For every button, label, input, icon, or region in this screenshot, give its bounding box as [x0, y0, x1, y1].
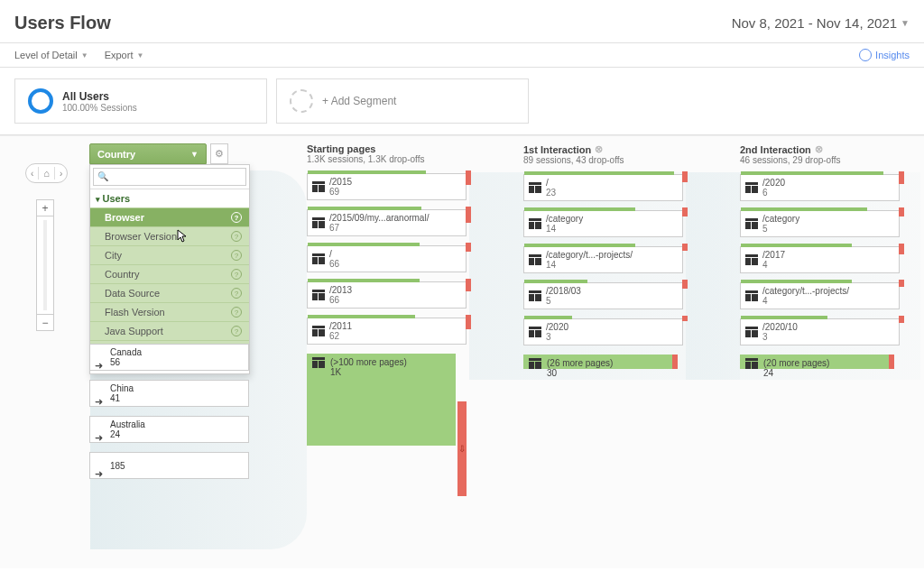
- help-icon[interactable]: ?: [231, 250, 242, 261]
- source-value: 185: [110, 461, 125, 471]
- svg-rect-39: [745, 218, 758, 221]
- add-segment-button[interactable]: + Add Segment: [276, 78, 529, 124]
- nav-next-button[interactable]: ›: [55, 169, 67, 179]
- svg-rect-33: [529, 358, 541, 361]
- source-node[interactable]: ➜Australia24: [89, 416, 249, 443]
- more-pages-node[interactable]: (>100 more pages)1K: [307, 354, 456, 446]
- help-icon[interactable]: ?: [231, 269, 242, 280]
- nav-prev-button[interactable]: ‹: [26, 169, 38, 179]
- flow-node[interactable]: /201366: [307, 281, 467, 309]
- dimension-select[interactable]: Country ▼: [89, 143, 207, 164]
- flow-node[interactable]: /66: [307, 245, 467, 272]
- help-icon[interactable]: ?: [231, 288, 242, 299]
- flow-node[interactable]: /category/t...-projects/14: [523, 246, 683, 273]
- dimension-item[interactable]: Browser?: [90, 207, 249, 226]
- help-icon[interactable]: ?: [231, 326, 242, 336]
- source-node[interactable]: ➜185: [89, 452, 249, 479]
- flow-node[interactable]: /category5: [740, 210, 900, 237]
- dimension-item[interactable]: City?: [90, 245, 249, 264]
- flow-node[interactable]: /20206: [740, 174, 900, 201]
- svg-rect-22: [529, 222, 534, 229]
- svg-rect-36: [745, 182, 758, 185]
- level-of-detail-menu[interactable]: Level of Detail ▼: [14, 50, 88, 60]
- node-label: /2015/09/my...aranormal/: [329, 213, 466, 223]
- insights-button[interactable]: Insights: [859, 49, 910, 61]
- close-icon[interactable]: ⊗: [815, 143, 823, 155]
- zoom-in-button[interactable]: +: [37, 200, 53, 216]
- column-subtitle: 1.3K sessions, 1.3K drop-offs: [307, 154, 514, 164]
- date-range-picker[interactable]: Nov 8, 2021 - Nov 14, 2021 ▼: [732, 15, 910, 31]
- page-icon: [312, 357, 325, 370]
- search-icon: 🔍: [97, 171, 108, 181]
- node-value: 3: [546, 332, 682, 342]
- svg-rect-34: [529, 362, 534, 369]
- node-value: 66: [329, 295, 466, 305]
- dimension-item[interactable]: Flash Version?: [90, 302, 249, 321]
- source-value: 56: [110, 357, 142, 367]
- svg-rect-44: [752, 258, 758, 265]
- zoom-slider[interactable]: [43, 220, 47, 310]
- flow-canvas[interactable]: ‹ ⌂ › + − Country ▼ ⚙ 🔍 Users: [0, 135, 924, 568]
- svg-rect-49: [745, 330, 751, 337]
- dimension-item[interactable]: Java Support?: [90, 321, 249, 340]
- dimension-item[interactable]: Country?: [90, 264, 249, 283]
- node-value: 6: [762, 188, 899, 198]
- svg-rect-31: [529, 330, 534, 337]
- column-title: Starting pages: [307, 143, 375, 154]
- page-icon: [524, 290, 546, 301]
- help-icon[interactable]: ?: [231, 231, 242, 242]
- dimension-search-input[interactable]: [93, 168, 246, 186]
- flow-node[interactable]: /201162: [307, 318, 467, 345]
- flow-node[interactable]: /2018/035: [523, 282, 683, 309]
- flow-node[interactable]: /201569: [307, 173, 467, 200]
- more-label: (20 more pages): [763, 358, 829, 368]
- svg-rect-37: [745, 186, 751, 193]
- more-value: 1K: [330, 367, 407, 377]
- arrow-right-icon: ➜: [95, 432, 103, 444]
- zoom-out-button[interactable]: −: [37, 314, 53, 330]
- home-icon[interactable]: ⌂: [39, 168, 54, 179]
- dimension-group-users[interactable]: Users: [90, 189, 249, 207]
- export-menu[interactable]: Export ▼: [105, 50, 144, 60]
- more-label: (26 more pages): [547, 358, 613, 368]
- svg-rect-43: [745, 258, 751, 265]
- flow-node[interactable]: /category/t...-projects/4: [740, 282, 900, 309]
- help-icon[interactable]: ?: [231, 307, 242, 318]
- svg-rect-25: [529, 258, 534, 265]
- page-icon: [741, 254, 762, 265]
- flow-node[interactable]: /20174: [740, 246, 900, 273]
- svg-rect-11: [319, 293, 325, 300]
- flow-node[interactable]: /category14: [523, 210, 683, 237]
- cursor-icon: [177, 229, 189, 246]
- flow-node[interactable]: /2015/09/my...aranormal/67: [307, 209, 467, 236]
- more-value: 30: [547, 368, 613, 378]
- arrow-right-icon: ➜: [95, 360, 103, 372]
- source-node[interactable]: ➜Canada56: [89, 344, 249, 371]
- svg-rect-40: [745, 222, 751, 229]
- svg-rect-28: [529, 294, 534, 301]
- flow-node[interactable]: /23: [523, 174, 683, 201]
- node-label: /: [546, 178, 682, 188]
- svg-rect-21: [529, 218, 541, 221]
- segment-all-users[interactable]: All Users 100.00% Sessions: [14, 78, 267, 124]
- more-pages-node[interactable]: (20 more pages)24: [740, 355, 889, 369]
- page-icon: [741, 182, 762, 193]
- flow-node[interactable]: /20203: [523, 318, 683, 345]
- node-label: /2018/03: [546, 286, 682, 296]
- more-pages-node[interactable]: (26 more pages)30: [523, 355, 672, 369]
- page-icon: [745, 358, 758, 371]
- dimension-item[interactable]: Data Source?: [90, 283, 249, 302]
- add-segment-circle-icon: [290, 89, 313, 113]
- segment-subtitle: 100.00% Sessions: [62, 103, 137, 113]
- close-icon[interactable]: ⊗: [595, 143, 603, 155]
- settings-button[interactable]: ⚙: [210, 143, 228, 164]
- column-header: 1st Interaction ⊗: [523, 143, 731, 155]
- dimension-item[interactable]: Browser Version?: [90, 226, 249, 245]
- page-icon: [741, 218, 762, 229]
- node-value: 14: [546, 224, 682, 234]
- source-node[interactable]: ➜China41: [89, 380, 249, 407]
- svg-rect-2: [319, 185, 325, 192]
- node-label: /2013: [329, 285, 466, 295]
- flow-node[interactable]: /2020/103: [740, 318, 900, 345]
- help-icon[interactable]: ?: [231, 212, 242, 223]
